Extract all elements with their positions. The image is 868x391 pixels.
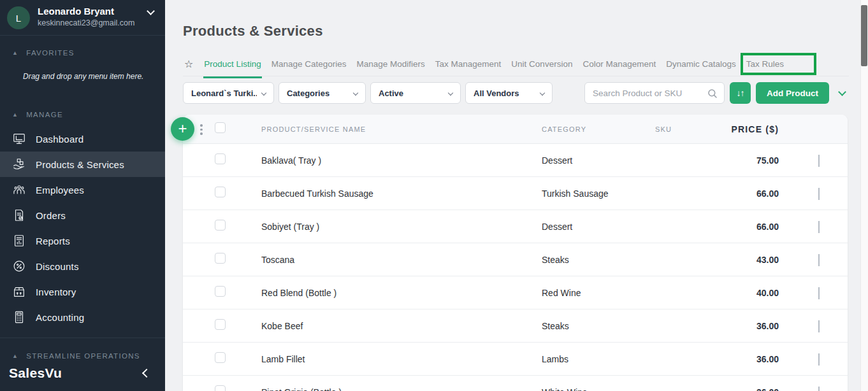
sidebar-item-accounting[interactable]: Accounting <box>0 304 165 330</box>
employees-icon <box>12 182 29 197</box>
row-checkbox[interactable] <box>215 286 226 297</box>
tab-manage-categories[interactable]: Manage Categories <box>271 55 347 77</box>
product-price: 36.00 <box>731 354 779 364</box>
chevron-down-icon <box>261 90 266 96</box>
sidebar-item-label: Products & Services <box>36 159 124 170</box>
row-checkbox[interactable] <box>215 187 226 197</box>
user-block[interactable]: L Leonardo Bryant keskinnecati23@gmail.c… <box>0 0 165 36</box>
product-price: 43.00 <box>731 255 779 265</box>
scrollbar-thumb[interactable] <box>861 5 867 66</box>
favorites-section-header[interactable]: ▲ FAVORITES <box>0 49 165 57</box>
manage-section-header[interactable]: ▲ MANAGE <box>0 111 165 118</box>
vendors-select-value: All Vendors <box>474 89 519 98</box>
tab-tax-rules[interactable]: Tax Rules <box>746 55 785 77</box>
categories-select-value: Categories <box>287 89 329 98</box>
tab-color-management[interactable]: Color Management <box>582 55 656 77</box>
table-row[interactable]: Toscana Steaks 43.00 <box>183 243 848 276</box>
status-select[interactable]: Active <box>370 82 461 104</box>
search-box <box>584 82 725 104</box>
sidebar-item-employees[interactable]: Employees <box>0 177 165 203</box>
sidebar-item-products-services[interactable]: Products & Services <box>0 152 165 177</box>
row-expand-chevron-icon[interactable] <box>818 387 820 391</box>
favorite-star-icon[interactable]: ☆ <box>184 58 193 70</box>
add-product-more-chevron-icon[interactable] <box>838 88 846 96</box>
user-name: Leonardo Bryant <box>38 6 114 17</box>
products-services-icon <box>12 157 29 172</box>
location-select[interactable]: Leonard`s Turki... <box>183 82 274 104</box>
row-expand-chevron-icon[interactable] <box>818 188 820 200</box>
tab-tax-management[interactable]: Tax Management <box>435 55 502 77</box>
add-product-button[interactable]: Add Product <box>756 82 829 104</box>
status-select-value: Active <box>379 89 403 98</box>
sidebar-item-dashboard[interactable]: Dashboard <box>0 126 165 152</box>
salesvu-logo: SalesVu <box>9 366 62 381</box>
sidebar-item-orders[interactable]: Orders <box>0 203 165 228</box>
column-header-category[interactable]: CATEGORY <box>542 125 655 133</box>
reports-icon <box>12 233 29 248</box>
row-expand-chevron-icon[interactable] <box>818 221 820 233</box>
collapse-triangle-icon: ▲ <box>12 111 18 118</box>
product-category: Red Wine <box>542 288 655 298</box>
tab-unit-conversion[interactable]: Unit Conversion <box>510 55 573 77</box>
sidebar-item-label: Orders <box>36 210 66 221</box>
vendors-select[interactable]: All Vendors <box>465 82 553 104</box>
select-all-checkbox[interactable] <box>215 122 226 133</box>
chevron-down-icon <box>540 90 545 96</box>
user-menu-chevron-down-icon[interactable] <box>147 7 155 15</box>
sidebar-item-label: Employees <box>36 185 84 195</box>
product-name: Barbecued Turkish Sausage <box>261 188 542 199</box>
categories-select[interactable]: Categories <box>278 82 366 104</box>
streamline-section-header[interactable]: ▲ STREAMLINE OPERATIONS <box>0 352 165 360</box>
row-expand-chevron-icon[interactable] <box>818 320 820 332</box>
table-row[interactable]: Kobe Beef Steaks 36.00 <box>183 309 848 343</box>
product-price: 66.00 <box>731 188 779 199</box>
row-checkbox[interactable] <box>215 319 226 330</box>
row-checkbox[interactable] <box>215 253 226 264</box>
sidebar-item-discounts[interactable]: Discounts <box>0 253 165 279</box>
sidebar-item-label: Discounts <box>36 261 79 272</box>
tab-manage-modifiers[interactable]: Manage Modifiers <box>356 55 425 77</box>
chevron-down-icon <box>448 90 453 96</box>
tab-dynamic-catalogs[interactable]: Dynamic Catalogs <box>665 55 737 77</box>
sidebar-collapse-chevron-left-icon[interactable] <box>142 369 151 378</box>
orders-icon <box>12 208 29 223</box>
row-expand-chevron-icon[interactable] <box>818 155 820 167</box>
column-header-sku[interactable]: SKU <box>655 125 731 133</box>
product-table: + PRODUCT/SERVICE NAME CATEGORY SKU PRIC… <box>183 115 848 391</box>
row-checkbox[interactable] <box>215 220 226 231</box>
row-expand-chevron-icon[interactable] <box>818 353 820 366</box>
product-price: 36.00 <box>731 321 779 331</box>
column-header-price[interactable]: PRICE ($) <box>731 124 779 134</box>
sort-button[interactable]: ↓↑ <box>730 82 751 104</box>
table-row[interactable]: Sobiyet (Tray ) Dessert 66.00 <box>183 210 848 243</box>
main-content: Products & Services ☆ Product Listing Ma… <box>165 0 868 391</box>
table-row[interactable]: Barbecued Turkish Sausage Turkish Sausag… <box>183 177 848 210</box>
tab-tax-rules-label: Tax Rules <box>746 59 784 69</box>
row-expand-chevron-icon[interactable] <box>818 254 820 266</box>
row-checkbox[interactable] <box>215 352 226 363</box>
sidebar-divider <box>0 338 165 338</box>
scrollbar-track[interactable] <box>860 0 868 391</box>
row-checkbox[interactable] <box>215 385 226 391</box>
table-row[interactable]: Red Blend (Bottle ) Red Wine 40.00 <box>183 276 848 309</box>
logo-row: SalesVu <box>0 364 165 386</box>
table-options-kebab-icon[interactable] <box>200 124 203 135</box>
quick-add-button[interactable]: + <box>171 117 194 141</box>
column-header-name[interactable]: PRODUCT/SERVICE NAME <box>261 125 542 133</box>
search-input[interactable] <box>585 83 724 103</box>
product-category: White Wine <box>542 387 655 391</box>
tab-product-listing[interactable]: Product Listing <box>203 55 261 77</box>
sidebar-item-inventory[interactable]: Inventory <box>0 279 165 304</box>
sidebar-item-label: Inventory <box>36 287 76 297</box>
sidebar-item-reports[interactable]: Reports <box>0 228 165 253</box>
table-row[interactable]: Pinot Grigio (Bottle ) White Wine 36.00 <box>183 376 848 391</box>
search-icon <box>707 88 718 102</box>
product-category: Steaks <box>542 255 655 265</box>
product-name: Pinot Grigio (Bottle ) <box>261 387 542 391</box>
plus-icon: + <box>178 120 187 138</box>
table-row[interactable]: Lamb Fillet Lambs 36.00 <box>183 343 848 376</box>
table-row[interactable]: Baklava( Tray ) Dessert 75.00 <box>183 144 848 177</box>
discounts-icon <box>12 259 29 274</box>
row-expand-chevron-icon[interactable] <box>818 287 820 299</box>
row-checkbox[interactable] <box>215 153 226 164</box>
